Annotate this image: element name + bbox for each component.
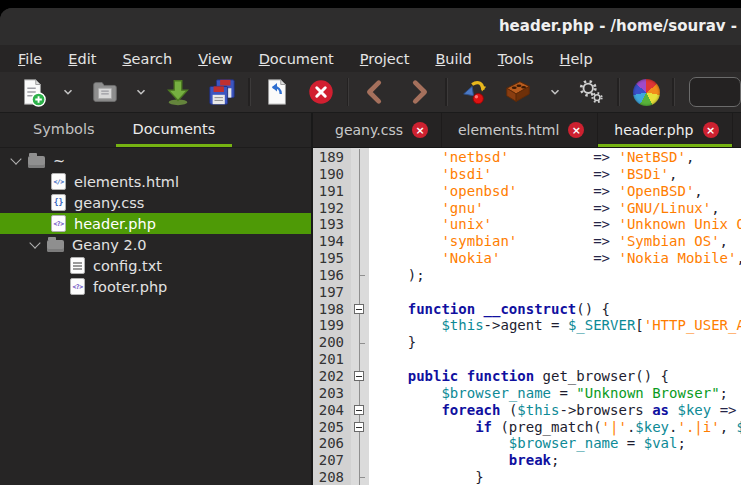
editor-tab-header.php[interactable]: header.php× <box>598 113 732 147</box>
navigate-forward-button[interactable] <box>401 74 437 110</box>
menu-item-help[interactable]: Help <box>547 48 606 70</box>
code-token <box>374 301 408 317</box>
code-token: 'Unknown Unix OS <box>618 216 741 232</box>
open-file-icon <box>90 77 120 107</box>
close-tab-button[interactable]: × <box>412 122 428 138</box>
revert-button[interactable] <box>259 74 295 110</box>
fold-mark[interactable] <box>351 368 369 385</box>
fold-collapse-box[interactable] <box>354 304 364 314</box>
toolbar <box>0 72 741 113</box>
menu-item-edit[interactable]: Edit <box>55 48 109 70</box>
code-token: ( <box>500 402 517 418</box>
open-dropdown-button[interactable] <box>131 74 152 110</box>
fold-mark <box>351 250 369 267</box>
new-document-button[interactable] <box>14 74 50 110</box>
fold-margin <box>351 148 369 485</box>
tree-item-config.txt[interactable]: config.txt <box>0 255 311 276</box>
fold-collapse-box[interactable] <box>354 405 364 415</box>
menu-item-file[interactable]: File <box>5 48 55 70</box>
code-line: $browser_name = "Unknown Browser"; <box>374 385 741 402</box>
tree-item-geany-2.0[interactable]: Geany 2.0 <box>0 234 311 255</box>
menu-item-document[interactable]: Document <box>246 48 347 70</box>
fold-mark <box>351 149 369 166</box>
fold-mark <box>351 183 369 200</box>
code-token: $browser_name <box>509 435 619 451</box>
line-number: 201 <box>313 351 344 368</box>
editor: 1891901911921931941951961971981992002012… <box>313 148 741 485</box>
line-number: 200 <box>313 334 344 351</box>
code-token <box>492 166 593 182</box>
line-number: 198 <box>313 301 344 318</box>
fold-mark[interactable] <box>351 419 369 436</box>
code-area[interactable]: 'netbsd' => 'NetBSD', 'bsdi' => 'BSDi', … <box>369 148 741 485</box>
line-number: 208 <box>313 469 344 485</box>
search-entry[interactable] <box>689 77 741 107</box>
tree-item-label: Geany 2.0 <box>72 237 146 253</box>
sidebar-tab-documents[interactable]: Documents <box>116 113 233 147</box>
code-line: 'symbian' => 'Symbian OS', <box>374 233 741 250</box>
menu-item-build[interactable]: Build <box>422 48 484 70</box>
code-line <box>374 351 741 368</box>
code-token: "Unknown Browser" <box>576 385 719 401</box>
menu-item-project[interactable]: Project <box>347 48 423 70</box>
chevron-down-icon[interactable] <box>29 237 40 248</box>
line-number: 195 <box>313 250 344 267</box>
menu-item-tools[interactable]: Tools <box>485 48 547 70</box>
navigate-forward-icon <box>404 77 434 107</box>
save-all-button[interactable] <box>204 74 240 110</box>
title-bar[interactable]: header.php - /home/sourav - <box>0 8 741 45</box>
sidebar-tabs: SymbolsDocuments <box>0 113 311 148</box>
code-line: public function get_browser() { <box>374 368 741 385</box>
code-token: ; <box>720 385 728 401</box>
sidebar-tab-symbols[interactable]: Symbols <box>16 113 112 147</box>
tree-item-home[interactable]: ~ <box>0 150 311 171</box>
close-document-button[interactable] <box>303 74 339 110</box>
fold-mark[interactable] <box>351 301 369 318</box>
code-token: => <box>593 250 610 266</box>
close-tab-button[interactable]: × <box>703 122 719 138</box>
new-dropdown-button[interactable] <box>58 74 79 110</box>
navigate-back-button[interactable] <box>357 74 393 110</box>
code-token: => <box>720 402 737 418</box>
code-token: = <box>551 385 576 401</box>
compile-button[interactable] <box>456 74 492 110</box>
menu-item-search[interactable]: Search <box>109 48 185 70</box>
fold-mark[interactable] <box>351 402 369 419</box>
tree-item-label: geany.css <box>74 195 144 211</box>
code-token: , <box>694 183 702 199</box>
editor-tab-geany.css[interactable]: geany.css× <box>319 113 442 147</box>
color-chooser-button[interactable] <box>628 74 664 110</box>
fold-collapse-box[interactable] <box>354 422 364 432</box>
toolbar-separator <box>347 78 350 106</box>
css-file-icon: {} <box>51 194 66 211</box>
tree-item-label: config.txt <box>93 258 162 274</box>
tree-item-header.php[interactable]: <?>header.php <box>0 213 311 234</box>
code-token <box>374 317 441 333</box>
code-token: ->agent = <box>484 317 568 333</box>
line-number: 193 <box>313 216 344 233</box>
build-icon <box>503 77 533 107</box>
code-token <box>374 435 509 451</box>
fold-collapse-box[interactable] <box>354 371 364 381</box>
open-file-button[interactable] <box>87 74 123 110</box>
build-button[interactable] <box>500 74 536 110</box>
save-icon <box>163 77 193 107</box>
menu-item-view[interactable]: View <box>185 48 245 70</box>
tree-item-geany.css[interactable]: {}geany.css <box>0 192 311 213</box>
save-button[interactable] <box>160 74 196 110</box>
execute-button[interactable] <box>573 74 609 110</box>
code-token: 'netbsd' <box>441 149 508 165</box>
execute-icon <box>576 77 606 107</box>
chevron-down-icon[interactable] <box>10 153 21 164</box>
close-tab-button[interactable]: × <box>568 122 584 138</box>
code-token: $_SERVER <box>568 317 635 333</box>
line-number: 206 <box>313 435 344 452</box>
editor-pane: geany.css×elements.html×header.php× 1891… <box>313 113 741 485</box>
php-file-icon: <?> <box>51 215 66 232</box>
tree-item-elements.html[interactable]: </>elements.html <box>0 171 311 192</box>
tree-item-footer.php[interactable]: <?>footer.php <box>0 276 311 297</box>
code-token: , <box>720 419 737 435</box>
code-token: $key <box>677 402 711 418</box>
editor-tab-elements.html[interactable]: elements.html× <box>442 113 598 147</box>
build-dropdown-button[interactable] <box>544 74 565 110</box>
